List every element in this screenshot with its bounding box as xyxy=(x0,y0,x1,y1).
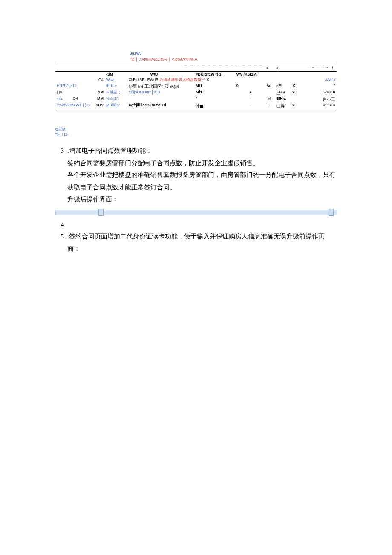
header-code-line: "\g │ ,*At%%%g1i%% │ <.g%lW>H%·A xyxy=(130,57,337,62)
list-number: 5 xyxy=(55,230,67,243)
table-row: Hf1RVae 口 tt!t1fi> 短聚 5H 工北田区" 买 SQM Mf1… xyxy=(55,83,337,90)
numbered-section: 3 .增加电子合同点数管理功能： 签约合同需要房管部门分配电子合同点数，防止开发… xyxy=(55,145,337,255)
filled-square-icon xyxy=(200,105,203,108)
table-row: »i8u O4 MM ½½i|B': " · ·M BIHix 创小三 xyxy=(55,96,337,102)
table-header-row: -SM W\U #BKR/*1W·ft·3。 WV·/Kβt1M· xyxy=(55,71,337,77)
item3-para3: 升级后操作界面： xyxy=(67,193,337,206)
bar-handle-left-icon xyxy=(98,209,104,216)
table-row: %%%%M>W1 ) ) S SO? MUiiifit? Xgftjiiiiie… xyxy=(55,102,337,109)
list-item-4: 4 xyxy=(55,218,337,231)
table-top-marks: a 5 —* — ‘‘* ！ xyxy=(55,65,337,71)
data-table: a 5 —* — ‘‘* ！ -SM W\U #BKR/*1W·ft·3。 WV… xyxy=(55,64,337,110)
list-item-5: 5 .签约合同页面增加二代身份证读卡功能，便于输入并保证购房人信息准确无误升级前… xyxy=(55,230,337,255)
item3-title: .增加电子合同点数管理功能： xyxy=(67,145,337,157)
bar-handle-right-icon xyxy=(329,209,334,216)
list-number: 4 xyxy=(55,218,67,231)
list-item-3: 3 .增加电子合同点数管理功能： 签约合同需要房管部门分配电子合同点数，防止开发… xyxy=(55,145,337,206)
item5-text: .签约合同页面增加二代身份证读卡功能，便于输入并保证购房人信息准确无误升级前操作… xyxy=(67,230,337,255)
item3-para2: 各个开发企业需把楼盘的准确销售套数报备房管部门，由房管部门统一分配电子合同点数，… xyxy=(67,169,337,193)
item3-para1: 签约合同需要房管部门分配电子合同点数，防止开发企业虚假销售。 xyxy=(67,157,337,169)
header-link: Jg.]WJ xyxy=(130,51,337,56)
table-row: 口P SM S 岫超； Xflijniuseunm│2│s Mf1 • 已#A … xyxy=(55,90,337,96)
list-number: 3 xyxy=(55,145,67,157)
table-row: O4 Wiwf XfiEii1BEUEWrtB 必须从测绘导入楼盘数据己 K X… xyxy=(55,77,337,83)
ui-screenshot-bar xyxy=(55,210,337,215)
footer-codes: Q三M "际 I 口· xyxy=(55,127,337,137)
